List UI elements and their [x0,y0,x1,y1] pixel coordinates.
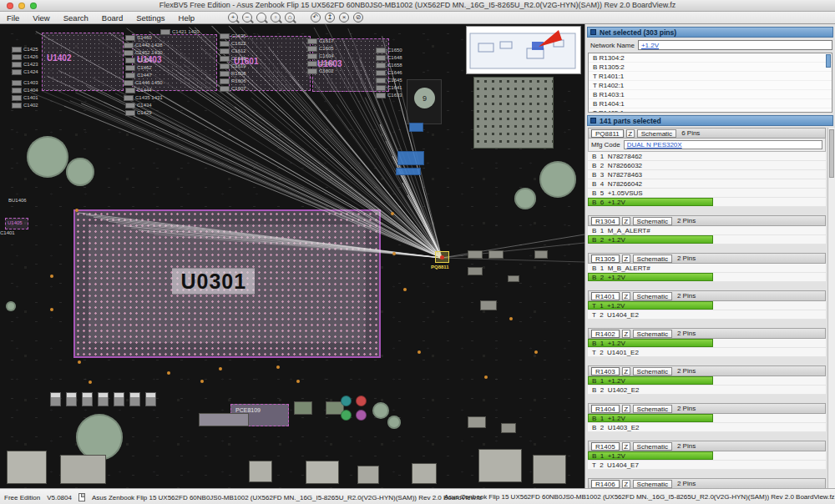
component-block[interactable] [468,250,483,259]
component-label[interactable]: C1612 [220,48,246,54]
component-label[interactable]: C1645 [376,78,402,83]
selected-part-marker[interactable] [435,251,449,263]
zoom-to-part-button[interactable]: Z [622,255,630,263]
component-label[interactable]: C1641 [376,85,402,91]
pin-row[interactable]: B 1 M_B_ALERT# [588,264,826,273]
schematic-button[interactable]: Schematic [633,255,672,263]
board-minimap[interactable] [466,26,581,74]
part-ref-button[interactable]: R1405 [591,442,620,451]
component-block[interactable] [249,461,272,482]
pin-row[interactable]: B 1 +1.2V [588,451,826,461]
capacitor[interactable] [98,392,109,406]
pin-row[interactable]: T 2 U1404_E7 [588,461,826,470]
component-label[interactable]: C1607 [220,86,246,92]
schematic-button[interactable]: Schematic [637,129,676,138]
menu-item-board[interactable]: Board [95,12,129,24]
component-label[interactable]: C1423 [12,62,38,68]
zoom-fit-icon[interactable]: ⌂ [285,13,295,23]
pin-row[interactable]: B 2 U1403_E2 [588,423,826,432]
net-list-scrollbar-thumb[interactable] [826,54,831,68]
component-block[interactable] [60,455,106,484]
component-block[interactable] [478,449,522,482]
part-ref-button[interactable]: R1401 [591,292,620,300]
zoom-area-icon[interactable]: ▫ [271,13,281,23]
schematic-button[interactable]: Schematic [633,480,672,488]
network-name-input[interactable]: +1.2V [638,40,832,50]
part-ref-button[interactable]: R1304 [591,217,620,225]
test-pad[interactable] [356,396,367,406]
highlighted-pad[interactable] [409,123,423,132]
pin-row[interactable]: B 3 N78278463 [588,170,826,179]
component-label[interactable]: C1402 [12,103,38,108]
parts-selected-header[interactable]: 141 parts selected [587,115,833,126]
component-label[interactable]: C1447 [125,73,152,78]
zoom-to-part-button[interactable]: Z [622,292,630,300]
component-label[interactable]: C1646 [376,70,402,76]
component-label[interactable]: C1635 [220,33,246,39]
part-ref-button[interactable]: R1403 [591,367,620,375]
pin-row[interactable]: B 5 +1.05VSUS [588,189,826,198]
component-label[interactable]: C1426 [12,54,38,60]
pin-row[interactable]: B 6 +1.2V [588,198,826,207]
pin-row[interactable]: B 4 N78266042 [588,179,826,189]
component-label[interactable]: C1424 [12,69,38,75]
capacitor[interactable] [145,392,156,406]
schematic-button[interactable]: Schematic [633,405,672,413]
part-ref-button[interactable]: R1402 [591,330,620,338]
component-label[interactable]: C1648 [376,55,402,61]
undo-view-icon[interactable]: ↶ [311,13,321,23]
zoom-to-part-button[interactable]: Z [622,330,630,338]
component-block[interactable] [534,250,548,259]
zoom-to-part-button[interactable]: Z [622,480,630,488]
zoom-to-part-button[interactable]: Z [622,442,630,451]
net-selected-header[interactable]: Net selected (303 pins) [587,27,833,38]
component-block[interactable] [480,300,497,310]
component-block[interactable] [199,413,249,426]
highlighted-pad[interactable] [397,151,424,165]
component-block[interactable] [468,416,486,428]
component-label[interactable]: C1650 [376,48,402,53]
schematic-button[interactable]: Schematic [633,330,672,338]
parts-scrollbar-thumb[interactable] [829,129,834,178]
component-block[interactable] [468,267,483,275]
zoom-to-part-button[interactable]: Z [622,217,630,225]
part-ref-button[interactable]: PQ8811 [591,129,624,138]
component-label[interactable]: C1617 [307,38,334,44]
pin-row[interactable]: B 1 M_A_ALERT# [588,226,826,235]
parts-scrollbar-track[interactable] [827,128,835,488]
clear-selection-icon[interactable]: × [339,13,349,23]
component-block[interactable] [357,466,379,484]
component-label[interactable]: C1425 [12,47,38,53]
schematic-button[interactable]: Schematic [633,217,672,225]
component-label[interactable]: C1444 [125,88,152,93]
zoom-out-icon[interactable]: − [242,13,252,23]
component-block[interactable] [508,275,519,282]
connector-j5101[interactable] [473,77,554,149]
component-label[interactable]: C1619 [220,63,246,69]
component-label[interactable]: C1462 [125,65,152,71]
component-label[interactable]: C1603 [307,61,334,67]
net-list-item[interactable]: B R1404:1 [589,99,832,108]
component-label[interactable]: C1618 [220,56,246,62]
pin-row[interactable]: B 2 +1.2V [588,273,826,282]
component-block[interactable] [294,401,312,415]
part-ref-button[interactable]: R1305 [591,255,620,263]
pin-row[interactable]: B 2 +1.2V [588,235,826,244]
pin-row[interactable]: T 1 +1.2V [588,301,826,310]
menu-item-file[interactable]: File [0,12,26,24]
component-block[interactable] [501,423,516,433]
zoom-to-part-button[interactable]: Z [622,405,630,413]
test-pad[interactable] [341,410,352,421]
zoom-in-icon[interactable]: + [228,13,238,23]
schematic-button[interactable]: Schematic [633,442,672,451]
pin-row[interactable]: B 1 +1.2V [588,414,826,423]
hide-parts-icon[interactable]: ⊘ [353,13,363,23]
component-label[interactable]: C1633 [376,93,402,98]
part-ref-button[interactable]: R1406 [591,480,620,488]
component-label[interactable]: C1401 [12,95,38,101]
zoom-to-part-button[interactable]: Z [622,367,630,375]
zoom-reset-icon[interactable] [256,13,266,23]
component-label[interactable]: C1452 1430 [124,50,163,56]
component-label[interactable]: R1608 [220,71,246,77]
component-label[interactable]: C1446 1450 [124,80,163,86]
